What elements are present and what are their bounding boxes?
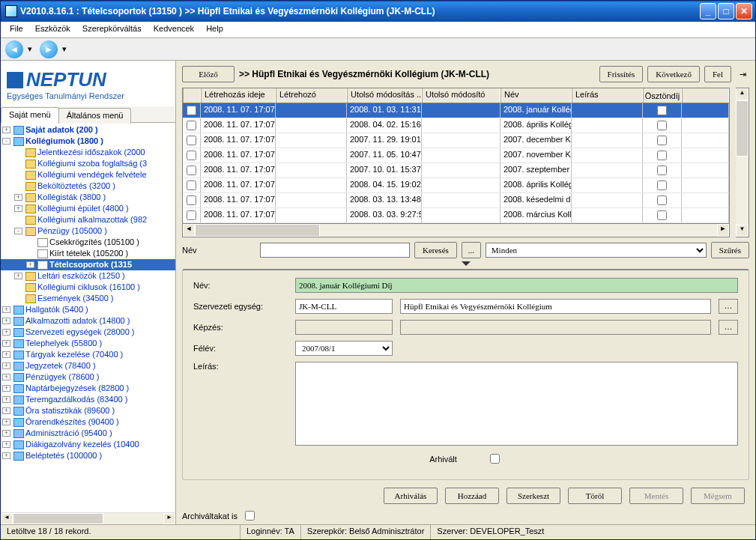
- scholarship-checkbox[interactable]: [657, 195, 667, 205]
- table-row[interactable]: 2008. 11. 07. 17:07:2007. 11. 29. 19:01:…: [183, 133, 729, 148]
- tree-item[interactable]: +Órarendkészítés (90400 ): [1, 416, 175, 428]
- scholarship-checkbox[interactable]: [657, 151, 667, 160]
- kepzes-lookup-button[interactable]: …: [719, 320, 738, 335]
- tab-general-menu[interactable]: Általános menü: [58, 108, 132, 124]
- col-created[interactable]: Létrehozás ideje: [201, 88, 276, 103]
- tree-item[interactable]: Események (34500 ): [1, 293, 175, 304]
- table-row[interactable]: 2008. 11. 07. 17:07:2008. 04. 15. 19:02:…: [183, 178, 729, 193]
- nav-tree[interactable]: +Saját adatok (200 )-Kollégiumok (1800 )…: [1, 123, 175, 512]
- menu-roleswitch[interactable]: Szerepkörváltás: [76, 22, 148, 37]
- table-row[interactable]: 2008. 11. 07. 17:07:2007. 10. 01. 15:37:…: [183, 163, 729, 178]
- col-scholarship[interactable]: Ösztöndíj: [643, 88, 682, 103]
- up-button[interactable]: Fel: [704, 66, 731, 82]
- menu-file[interactable]: File: [4, 22, 29, 37]
- save-button[interactable]: Mentés: [629, 488, 683, 504]
- archive-button[interactable]: Arhiválás: [384, 488, 438, 504]
- cancel-button[interactable]: Mégsem: [691, 488, 745, 504]
- filter-button[interactable]: Szűrés: [711, 242, 749, 258]
- row-checkbox[interactable]: [187, 210, 196, 220]
- tab-own-menu[interactable]: Saját menü: [1, 107, 59, 123]
- col-desc[interactable]: Leírás: [572, 88, 643, 103]
- edit-button[interactable]: Szerkeszt: [506, 488, 560, 504]
- nav-forward-button[interactable]: ►: [40, 40, 58, 58]
- scholarship-checkbox[interactable]: [657, 106, 667, 115]
- tree-item[interactable]: +Saját adatok (200 ): [1, 124, 175, 136]
- scholarship-checkbox[interactable]: [657, 210, 667, 220]
- tree-item[interactable]: -Kollégiumok (1800 ): [1, 136, 175, 147]
- grid-hscrollbar[interactable]: ◄►: [183, 223, 729, 237]
- row-checkbox[interactable]: [187, 106, 196, 115]
- tree-item[interactable]: +Szervezeti egységek (28000 ): [1, 327, 175, 338]
- kepzes-code-field[interactable]: [295, 320, 393, 335]
- menu-tools[interactable]: Eszközök: [29, 22, 76, 37]
- tree-item[interactable]: Kollégiumi ciklusok (16100 ): [1, 282, 175, 293]
- tree-item[interactable]: +Óra statisztikák (89600 ): [1, 405, 175, 416]
- col-modifier[interactable]: Utolsó módosító: [422, 88, 501, 103]
- tree-item[interactable]: +Telephelyek (55800 ): [1, 338, 175, 349]
- search-more-button[interactable]: ...: [462, 242, 481, 258]
- row-checkbox[interactable]: [187, 180, 196, 190]
- table-row[interactable]: 2008. 11. 07. 17:07:2007. 11. 05. 10:47:…: [183, 148, 729, 163]
- nav-back-button[interactable]: ◄: [5, 40, 23, 58]
- tree-item[interactable]: +Alkalmazotti adatok (14800 ): [1, 315, 175, 327]
- tree-item[interactable]: +Adminisztráció (95400 ): [1, 428, 175, 439]
- tree-item[interactable]: Kollégiumi vendégek felvétele: [1, 169, 175, 180]
- row-checkbox[interactable]: [187, 121, 196, 130]
- refresh-button[interactable]: Frissítés: [599, 66, 644, 82]
- tree-item[interactable]: +Tételcsoportok (1315: [1, 259, 175, 270]
- table-row[interactable]: 2008. 11. 07. 17:07:2008. 01. 03. 11:31:…: [183, 103, 729, 118]
- tree-item[interactable]: +Tárgyak kezelése (70400 ): [1, 349, 175, 360]
- nav-forward-dropdown[interactable]: ▾: [62, 44, 70, 54]
- nav-back-dropdown[interactable]: ▾: [28, 44, 35, 54]
- pin-icon[interactable]: ⇥: [736, 70, 749, 79]
- tree-item[interactable]: Kollégiumi szoba foglaltság (3: [1, 158, 175, 169]
- scholarship-checkbox[interactable]: [657, 180, 667, 190]
- row-checkbox[interactable]: [187, 136, 196, 145]
- tree-item[interactable]: +Hallgatók (5400 ): [1, 304, 175, 315]
- scholarship-checkbox[interactable]: [657, 136, 667, 145]
- splitter-grip[interactable]: [176, 260, 755, 267]
- org-name-field[interactable]: [400, 299, 711, 314]
- tree-item[interactable]: +Naptárbejegyzések (82800 ): [1, 383, 175, 394]
- menu-help[interactable]: Help: [200, 22, 229, 37]
- search-input[interactable]: [260, 243, 410, 258]
- org-code-field[interactable]: [295, 299, 393, 314]
- name-field[interactable]: [295, 278, 738, 293]
- row-checkbox[interactable]: [187, 166, 196, 175]
- tree-item[interactable]: Kiírt tételek (105200 ): [1, 248, 175, 259]
- tree-item[interactable]: Beköltöztetés (3200 ): [1, 180, 175, 192]
- table-row[interactable]: 2008. 11. 07. 17:07:2008. 04. 02. 15:16:…: [183, 118, 729, 133]
- maximize-button[interactable]: □: [718, 3, 734, 19]
- kepzes-name-field[interactable]: [400, 320, 711, 335]
- search-scope-select[interactable]: Minden: [486, 243, 707, 258]
- tree-item[interactable]: Jelentkezési időszakok (2000: [1, 147, 175, 158]
- minimize-button[interactable]: _: [700, 3, 716, 19]
- tree-item[interactable]: -Pénzügy (105000 ): [1, 225, 175, 237]
- menu-favorites[interactable]: Kedvencek: [148, 22, 200, 37]
- delete-button[interactable]: Töröl: [568, 488, 622, 504]
- tree-item[interactable]: +Jegyzetek (78400 ): [1, 360, 175, 371]
- tree-item[interactable]: +Kollégiumi épület (4800 ): [1, 203, 175, 214]
- tree-item[interactable]: +Diákigazolvány kezelés (10400: [1, 439, 175, 450]
- col-modified[interactable]: Utolsó módosítás ...: [347, 88, 422, 103]
- tree-item[interactable]: +Beléptetés (100000 ): [1, 450, 175, 461]
- row-checkbox[interactable]: [187, 151, 196, 160]
- prev-button[interactable]: Előző: [182, 66, 235, 82]
- col-name[interactable]: Név: [501, 88, 572, 103]
- tree-item[interactable]: +Leltári eszközök (1250 ): [1, 270, 175, 282]
- grid-vscrollbar[interactable]: ▲▼: [736, 88, 749, 237]
- scholarship-checkbox[interactable]: [657, 166, 667, 175]
- col-creator[interactable]: Létrehozó: [276, 88, 347, 103]
- next-button[interactable]: Következő: [647, 66, 700, 82]
- scholarship-checkbox[interactable]: [657, 121, 667, 130]
- org-lookup-button[interactable]: …: [719, 299, 738, 314]
- tree-item[interactable]: +Pénzügyek (78600 ): [1, 371, 175, 383]
- tree-item[interactable]: Kollégiumi alkalmazottak (982: [1, 214, 175, 225]
- tree-hscrollbar[interactable]: ◄►: [1, 512, 175, 524]
- archived-checkbox[interactable]: [490, 454, 500, 464]
- archived-also-checkbox[interactable]: [245, 511, 255, 521]
- close-button[interactable]: ✕: [736, 3, 752, 19]
- felev-select[interactable]: 2007/08/1: [295, 341, 393, 356]
- search-button[interactable]: Keresés: [414, 242, 457, 258]
- table-row[interactable]: 2008. 11. 07. 17:07:2008. 03. 13. 13:48:…: [183, 193, 729, 208]
